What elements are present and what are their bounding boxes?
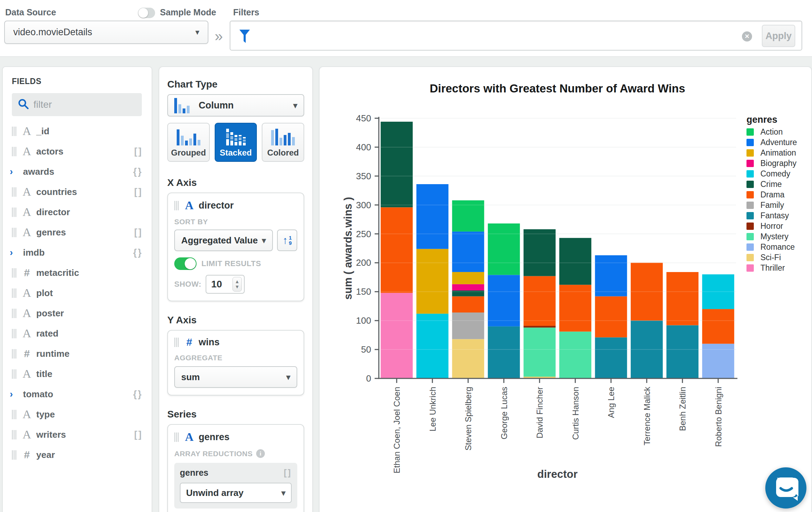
x-axis-field[interactable]: A director bbox=[174, 199, 297, 212]
string-type-icon: A bbox=[20, 286, 34, 300]
field-name: plot bbox=[36, 288, 53, 299]
field-row-title[interactable]: Atitle bbox=[3, 364, 152, 384]
stacked-bars-icon bbox=[226, 127, 246, 145]
field-row-_id[interactable]: A_id bbox=[3, 121, 152, 141]
data-source-select[interactable]: video.movieDetails ▾ bbox=[4, 21, 208, 44]
bar-segment-crime[interactable] bbox=[523, 229, 556, 276]
bar-segment-sci-fi[interactable] bbox=[452, 339, 484, 378]
y-tick-label: 250 bbox=[356, 229, 371, 239]
bar-segment-drama[interactable] bbox=[523, 276, 556, 326]
bar-segment-fantasy[interactable] bbox=[595, 337, 627, 378]
funnel-icon bbox=[239, 30, 251, 44]
bar-segment-crime[interactable] bbox=[381, 122, 413, 207]
bar-segment-drama[interactable] bbox=[702, 309, 734, 344]
field-row-rated[interactable]: Arated bbox=[3, 323, 152, 344]
y-tick-label: 300 bbox=[356, 200, 371, 210]
field-row-director[interactable]: Adirector bbox=[3, 202, 152, 222]
bar-segment-crime[interactable] bbox=[559, 238, 591, 285]
show-count-input[interactable] bbox=[211, 279, 227, 290]
legend-label: Horror bbox=[760, 221, 783, 231]
field-row-runtime[interactable]: #runtime bbox=[3, 344, 152, 364]
y-tick-label: 200 bbox=[356, 257, 371, 268]
drag-handle-icon bbox=[12, 430, 16, 439]
field-row-metacritic[interactable]: #metacritic bbox=[3, 263, 152, 283]
bar-segment-drama[interactable] bbox=[452, 296, 484, 313]
y-tick-label: 400 bbox=[356, 142, 371, 152]
colored-mode-button[interactable]: Colored bbox=[262, 123, 304, 162]
data-source-label: Data Source bbox=[5, 7, 56, 17]
sort-direction-button[interactable]: ↑ 19 bbox=[277, 229, 297, 251]
bar-segment-adventure[interactable] bbox=[452, 232, 484, 272]
drag-handle-icon bbox=[174, 432, 179, 442]
sort-by-select[interactable]: Aggregated Value ▾ bbox=[174, 229, 273, 251]
sample-mode-toggle[interactable] bbox=[138, 8, 155, 18]
field-name: metacritic bbox=[36, 268, 79, 278]
apply-button[interactable]: Apply bbox=[762, 25, 795, 47]
grouped-mode-button[interactable]: Grouped bbox=[167, 123, 210, 162]
number-stepper[interactable]: ▲▼ bbox=[232, 277, 242, 292]
limit-results-toggle[interactable] bbox=[174, 257, 197, 270]
string-type-icon: A bbox=[182, 199, 197, 212]
series-panel: A genres ARRAY REDUCTIONS i genres [] Un… bbox=[167, 424, 304, 512]
drag-handle-icon bbox=[12, 208, 16, 217]
info-icon[interactable]: i bbox=[256, 449, 265, 458]
x-tick-label: Benh Zeitlin bbox=[678, 387, 687, 431]
bar-segment-mystery[interactable] bbox=[523, 327, 556, 377]
aggregate-select[interactable]: sum ▾ bbox=[174, 366, 297, 388]
bar-segment-adventure[interactable] bbox=[416, 184, 449, 249]
chart-type-select[interactable]: Column ▾ bbox=[167, 94, 304, 116]
bar-segment-fantasy[interactable] bbox=[488, 326, 520, 378]
clear-filter-icon[interactable]: ✕ bbox=[742, 31, 752, 42]
award-wins-chart: 050100150200250300350400450Ethan Coen, J… bbox=[320, 67, 812, 512]
field-row-genres[interactable]: Agenres[] bbox=[3, 222, 152, 242]
reduction-select[interactable]: Unwind array ▾ bbox=[180, 483, 292, 503]
field-row-year[interactable]: #year bbox=[3, 445, 152, 465]
bar-segment-animation[interactable] bbox=[452, 272, 484, 284]
bar-segment-action[interactable] bbox=[488, 224, 520, 275]
bar-segment-animation[interactable] bbox=[416, 249, 449, 314]
mode-button-label: Colored bbox=[267, 148, 299, 158]
sort-numeric-icon: 19 bbox=[289, 235, 292, 246]
field-row-imdb[interactable]: ›imdb{} bbox=[3, 242, 152, 263]
bar-segment-drama[interactable] bbox=[595, 296, 627, 338]
bar-segment-romance[interactable] bbox=[702, 344, 734, 379]
bar-segment-horror[interactable] bbox=[523, 326, 556, 327]
field-row-awards[interactable]: ›awards{} bbox=[3, 161, 152, 182]
bar-segment-fantasy[interactable] bbox=[666, 325, 698, 379]
filter-query-input[interactable] bbox=[255, 23, 729, 48]
x-axis-label: X Axis bbox=[167, 177, 304, 188]
aggregate-value: sum bbox=[181, 372, 200, 383]
expand-chevron-icon[interactable]: › bbox=[10, 389, 21, 400]
bar-segment-drama[interactable] bbox=[381, 207, 413, 293]
field-row-countries[interactable]: Acountries[] bbox=[3, 182, 152, 202]
bar-segment-adventure[interactable] bbox=[488, 275, 520, 326]
stacked-mode-button[interactable]: Stacked bbox=[215, 123, 257, 162]
bar-segment-family[interactable] bbox=[452, 313, 484, 339]
y-axis-field[interactable]: # wins bbox=[174, 336, 297, 348]
bar-segment-adventure[interactable] bbox=[595, 255, 627, 296]
chat-launcher-button[interactable] bbox=[765, 467, 806, 509]
field-row-writers[interactable]: Awriters[] bbox=[3, 424, 152, 445]
bar-segment-comedy[interactable] bbox=[416, 314, 449, 378]
mode-buttons: GroupedStackedColored bbox=[167, 123, 304, 162]
field-row-actors[interactable]: Aactors[] bbox=[3, 141, 152, 161]
expand-chevron-icon[interactable]: › bbox=[10, 166, 21, 177]
field-row-poster[interactable]: Aposter bbox=[3, 303, 152, 323]
bar-segment-thriller[interactable] bbox=[381, 293, 413, 378]
drag-handle-icon bbox=[12, 309, 16, 318]
series-field-name: genres bbox=[199, 432, 230, 443]
expand-chevron-icon[interactable]: › bbox=[10, 247, 21, 258]
legend-swatch-drama bbox=[746, 191, 754, 198]
bar-segment-drama[interactable] bbox=[666, 272, 698, 325]
field-row-type[interactable]: Atype bbox=[3, 404, 152, 424]
legend-swatch-family bbox=[746, 202, 754, 209]
bar-segment-mystery[interactable] bbox=[559, 332, 591, 378]
drag-handle-icon bbox=[12, 187, 16, 197]
fields-search-box bbox=[12, 93, 142, 116]
series-field[interactable]: A genres bbox=[174, 430, 297, 444]
bar-segment-biography[interactable] bbox=[452, 284, 484, 291]
field-row-tomato[interactable]: ›tomato{} bbox=[3, 384, 152, 404]
data-source-value: video.movieDetails bbox=[13, 27, 92, 38]
field-row-plot[interactable]: Aplot bbox=[3, 283, 152, 303]
fields-filter-input[interactable] bbox=[33, 99, 136, 110]
